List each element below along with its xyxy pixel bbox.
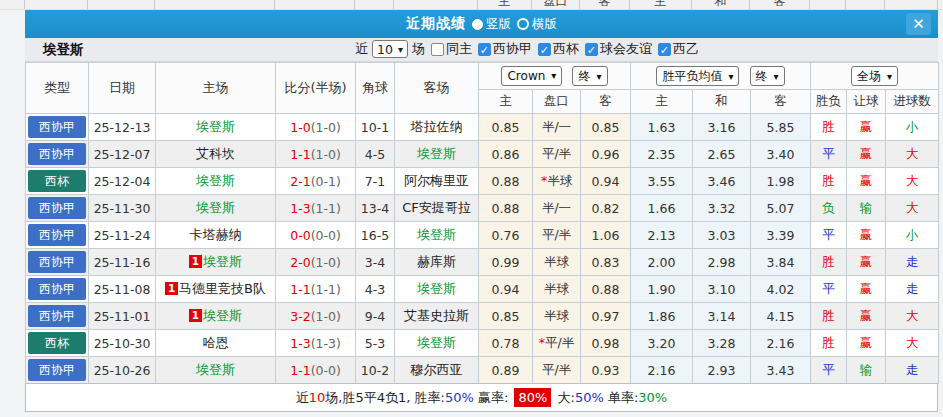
- home-team-cell: 1马德里竞技B队: [156, 276, 276, 303]
- home-odds-cell: 0.85: [479, 114, 533, 141]
- away-team-name: 埃登斯: [417, 335, 456, 350]
- strip-label: 主: [630, 0, 691, 10]
- handicap-result-cell: 赢: [847, 141, 886, 168]
- date-cell: 25-11-16: [89, 249, 156, 276]
- table-row: 西协甲25-12-07艾科坎1-1(1-0)4-5埃登斯0.86平/半0.962…: [26, 141, 939, 168]
- vertical-layout-label[interactable]: 竖版: [486, 16, 511, 33]
- league-checkbox-friendly[interactable]: [585, 43, 598, 56]
- home-team-name: 艾科坎: [196, 146, 235, 161]
- goals-value: 大: [906, 335, 919, 350]
- strip-cell: [275, 0, 355, 10]
- home-team-name: 埃登斯: [203, 308, 242, 323]
- filter-row: 埃登斯 近 10 场 同主 西协甲 西杯 球会友谊 西乙: [25, 38, 938, 62]
- league-badge: 西协甲: [28, 359, 86, 381]
- league-cell: 西杯: [26, 168, 89, 195]
- avg-state-select[interactable]: 终: [750, 66, 785, 86]
- goals-value: 小: [906, 119, 919, 134]
- corner-cell: 7-1: [356, 168, 395, 195]
- match-count-select[interactable]: 10: [372, 40, 408, 58]
- avg-lose-cell: 5.85: [751, 114, 811, 141]
- corner-cell: 10-1: [356, 114, 395, 141]
- scope-select-group: 全场: [811, 63, 939, 90]
- fulltime-score: 1-3: [290, 336, 310, 351]
- handicap-result-cell: 赢: [847, 168, 886, 195]
- league-checkbox-seg[interactable]: [658, 43, 671, 56]
- fulltime-score: 2-1: [290, 174, 310, 189]
- vertical-layout-radio[interactable]: [472, 19, 483, 30]
- away-odds-cell: 0.85: [581, 114, 631, 141]
- avg-draw-cell: 3.28: [693, 330, 751, 357]
- handicap-result-value: 输: [860, 200, 873, 215]
- goals-cell: 大: [886, 168, 939, 195]
- away-team-cell: 赫库斯: [395, 249, 479, 276]
- handicap-cell: 平/半: [533, 141, 581, 168]
- handicap-result-cell: 赢: [847, 249, 886, 276]
- col-header-avg-lose: 客: [751, 90, 811, 114]
- handicap-result-cell: 输: [847, 357, 886, 384]
- strip-cell: 盘口: [532, 0, 580, 10]
- home-team-cell: 埃登斯: [156, 357, 276, 384]
- league-cell: 西杯: [26, 330, 89, 357]
- goals-cell: 小: [886, 114, 939, 141]
- avg-win-cell: 1.66: [631, 195, 693, 222]
- league-checkbox-cup[interactable]: [538, 43, 551, 56]
- league-badge: 西协甲: [28, 116, 86, 138]
- bookmaker-select[interactable]: Crown: [501, 66, 562, 86]
- handicap-cell: 平/半: [533, 357, 581, 384]
- league-cell: 西协甲: [26, 114, 89, 141]
- result-cell: 平: [811, 276, 847, 303]
- avg-win-cell: 1.86: [631, 303, 693, 330]
- league-label-cup: 西杯: [553, 40, 579, 58]
- goals-cell: 走: [886, 249, 939, 276]
- odds-state-select[interactable]: 终: [572, 66, 607, 86]
- handicap-value: 半球: [547, 173, 572, 188]
- league-cell: 西协甲: [26, 357, 89, 384]
- handicap-cell: 半球: [533, 276, 581, 303]
- home-odds-cell: 0.88: [479, 195, 533, 222]
- home-team-cell: 哈恩: [156, 330, 276, 357]
- avg-type-select[interactable]: 胜平负均值: [656, 66, 739, 86]
- handicap-result-cell: 赢: [847, 276, 886, 303]
- result-cell: 平: [811, 357, 847, 384]
- strip-label: 客: [750, 0, 809, 10]
- league-badge: 西杯: [28, 170, 86, 192]
- corner-cell: 4-5: [356, 141, 395, 168]
- home-team-cell: 埃登斯: [156, 195, 276, 222]
- handicap-result-cell: 赢: [847, 222, 886, 249]
- summary-part: 单率:: [604, 390, 639, 405]
- handicap-result-cell: 赢: [847, 303, 886, 330]
- league-badge: 西协甲: [28, 278, 86, 300]
- home-team-cell: 埃登斯: [156, 114, 276, 141]
- card-badge-icon: 1: [189, 255, 202, 268]
- horizontal-layout-label[interactable]: 横版: [532, 16, 557, 33]
- same-home-checkbox[interactable]: [431, 43, 444, 56]
- result-cell: 负: [811, 195, 847, 222]
- fulltime-score: 1-3: [290, 201, 310, 216]
- goals-cell: 大: [886, 330, 939, 357]
- away-team-cell: 穆尔西亚: [395, 357, 479, 384]
- league-checkbox-lga[interactable]: [478, 43, 491, 56]
- corner-cell: 4-3: [356, 276, 395, 303]
- handicap-result-cell: 赢: [847, 330, 886, 357]
- result-value: 平: [822, 362, 835, 377]
- result-value: 胜: [822, 335, 835, 350]
- corner-cell: 16-5: [356, 222, 395, 249]
- avg-win-cell: 2.35: [631, 141, 693, 168]
- away-team-cell: 埃登斯: [395, 330, 479, 357]
- handicap-value: 半/一: [542, 200, 571, 215]
- home-team-name: 埃登斯: [196, 119, 235, 134]
- score-cell: 1-1(0-0): [276, 357, 356, 384]
- result-cell: 胜: [811, 168, 847, 195]
- horizontal-layout-radio[interactable]: [517, 18, 529, 30]
- handicap-value: 平/半: [542, 362, 571, 377]
- fulltime-score: 2-0: [290, 255, 310, 270]
- goals-cell: 走: [886, 357, 939, 384]
- away-team-name: CF安提哥拉: [402, 200, 471, 215]
- result-value: 胜: [822, 254, 835, 269]
- scope-select[interactable]: 全场: [851, 66, 898, 86]
- table-row: 西协甲25-11-24卡塔赫纳0-0(0-0)16-5埃登斯0.76平/半1.0…: [26, 222, 939, 249]
- col-header-avg-draw: 和: [693, 90, 751, 114]
- home-team-name: 卡塔赫纳: [190, 227, 242, 242]
- close-icon[interactable]: ✕: [906, 13, 931, 35]
- home-odds-cell: 0.89: [479, 357, 533, 384]
